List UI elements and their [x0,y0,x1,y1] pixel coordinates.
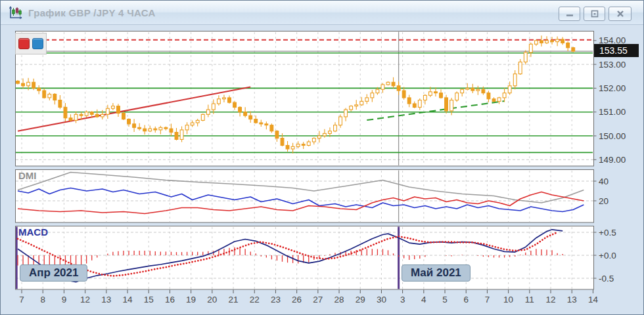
time-axis-label: 16 [165,295,175,304]
chart-window: 154.00153.00152.00151.00150.00149.004020… [0,0,644,315]
time-axis-label: 7 [485,295,490,304]
time-axis-label: 12 [80,295,90,304]
current-price-badge: 153.55 [594,44,639,57]
macd-axis-label: +0.5 [599,228,616,238]
dmi-panel-label: DMI [18,170,37,181]
time-axis-label: 19 [186,295,196,304]
time-axis-label: 4 [421,295,426,304]
month-badge-april: Апр 2021 [20,264,87,282]
time-axis-label: 12 [546,295,556,304]
dmi-axis-label: 40 [599,177,609,186]
close-button[interactable] [609,7,632,21]
time-axis-label: 22 [250,295,260,304]
candlestick-chart-icon [9,5,23,20]
time-axis-label: 26 [292,295,302,304]
price-axis-label: 149.00 [599,155,626,165]
title-bar: График GBP /JPY 4 ЧАСА [1,1,643,25]
time-axis-label: 23 [271,295,281,304]
window-title: График GBP /JPY 4 ЧАСА [28,7,156,18]
time-axis-label: 27 [313,295,323,304]
macd-panel-label: MACD [18,226,48,238]
time-axis-label: 8 [40,295,45,304]
macd-axis-label: -0.5 [599,274,614,284]
time-axis-label: 7 [19,295,24,304]
price-axis-label: 150.00 [599,131,626,141]
red-series-button[interactable] [18,38,30,49]
time-axis-label: 10 [503,295,513,304]
maximize-button[interactable] [584,7,605,21]
chart-canvas[interactable]: 154.00153.00152.00151.00150.00149.004020… [1,1,643,314]
month-badge-may: Май 2021 [402,264,471,282]
time-axis-label: 15 [144,295,154,304]
time-axis-label: 20 [207,295,217,304]
time-axis-label: 14 [588,295,599,304]
time-axis-label: 13 [101,295,111,304]
price-axis-label: 153.00 [599,60,626,70]
macd-axis-label: +0.0 [599,251,616,261]
price-axis-label: 152.00 [599,83,626,93]
minimize-icon [565,10,574,18]
time-axis-label: 29 [356,295,365,304]
time-axis-label: 13 [567,295,577,304]
blue-series-button[interactable] [32,38,43,49]
time-axis-label: 5 [442,295,448,304]
time-axis-label: 9 [62,295,67,304]
time-axis-label: 30 [377,295,386,304]
time-axis-label: 11 [525,295,534,304]
series-legend [15,33,47,54]
panel-backgrounds [16,32,594,290]
time-axis-label: 3 [400,295,405,304]
price-axis-label: 151.00 [599,107,626,117]
minimize-button[interactable] [559,7,580,21]
indicator-axes: 4020+0.5+0.0-0.5 [593,177,616,284]
close-icon [616,10,625,18]
maximize-icon [590,10,599,18]
time-axis: 7891213141516192021222326272829303456710… [19,290,598,305]
time-axis-label: 6 [463,295,469,304]
time-axis-label: 28 [334,295,344,304]
dmi-axis-label: 20 [599,196,609,206]
time-axis-label: 14 [123,295,133,304]
time-axis-label: 21 [229,295,239,304]
